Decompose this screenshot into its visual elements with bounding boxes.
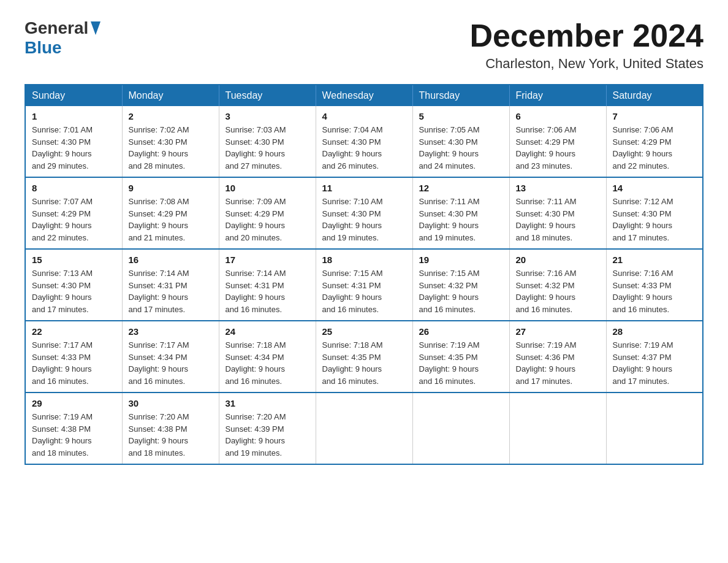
day-number: 1 xyxy=(32,111,116,121)
calendar-cell: 12 Sunrise: 7:11 AMSunset: 4:30 PMDaylig… xyxy=(412,177,509,249)
calendar-cell: 6 Sunrise: 7:06 AMSunset: 4:29 PMDayligh… xyxy=(509,106,606,177)
day-info: Sunrise: 7:04 AMSunset: 4:30 PMDaylight:… xyxy=(322,124,406,172)
calendar-cell: 15 Sunrise: 7:13 AMSunset: 4:30 PMDaylig… xyxy=(25,249,122,321)
location-title: Charleston, New York, United States xyxy=(469,56,703,72)
day-number: 22 xyxy=(32,326,116,337)
weekday-header-sunday: Sunday xyxy=(25,85,122,106)
calendar-cell: 23 Sunrise: 7:17 AMSunset: 4:34 PMDaylig… xyxy=(122,321,219,393)
day-number: 5 xyxy=(419,111,503,121)
day-info: Sunrise: 7:19 AMSunset: 4:36 PMDaylight:… xyxy=(516,339,600,387)
calendar-cell: 16 Sunrise: 7:14 AMSunset: 4:31 PMDaylig… xyxy=(122,249,219,321)
day-info: Sunrise: 7:18 AMSunset: 4:34 PMDaylight:… xyxy=(226,339,309,387)
calendar-cell: 21 Sunrise: 7:16 AMSunset: 4:33 PMDaylig… xyxy=(606,249,703,321)
day-number: 21 xyxy=(613,255,697,265)
day-number: 13 xyxy=(516,183,600,193)
svg-marker-0 xyxy=(91,21,100,35)
calendar-cell: 3 Sunrise: 7:03 AMSunset: 4:30 PMDayligh… xyxy=(219,106,316,177)
day-info: Sunrise: 7:14 AMSunset: 4:31 PMDaylight:… xyxy=(226,267,309,315)
day-info: Sunrise: 7:09 AMSunset: 4:29 PMDaylight:… xyxy=(226,196,309,243)
calendar-week-row: 15 Sunrise: 7:13 AMSunset: 4:30 PMDaylig… xyxy=(25,249,703,321)
day-number: 24 xyxy=(226,326,309,337)
logo-general-text: General xyxy=(25,18,88,38)
day-info: Sunrise: 7:19 AMSunset: 4:35 PMDaylight:… xyxy=(419,339,503,387)
calendar-cell: 2 Sunrise: 7:02 AMSunset: 4:30 PMDayligh… xyxy=(122,106,219,177)
weekday-header-row: SundayMondayTuesdayWednesdayThursdayFrid… xyxy=(25,85,703,106)
day-number: 6 xyxy=(516,111,600,121)
logo-blue-text: Blue xyxy=(25,38,62,57)
day-number: 3 xyxy=(226,111,309,121)
day-number: 28 xyxy=(613,326,697,337)
day-number: 19 xyxy=(419,255,503,265)
day-info: Sunrise: 7:19 AMSunset: 4:37 PMDaylight:… xyxy=(613,339,697,387)
calendar-cell: 13 Sunrise: 7:11 AMSunset: 4:30 PMDaylig… xyxy=(509,177,606,249)
day-info: Sunrise: 7:12 AMSunset: 4:30 PMDaylight:… xyxy=(613,196,697,243)
calendar-week-row: 8 Sunrise: 7:07 AMSunset: 4:29 PMDayligh… xyxy=(25,177,703,249)
day-info: Sunrise: 7:07 AMSunset: 4:29 PMDaylight:… xyxy=(32,196,116,243)
calendar-week-row: 29 Sunrise: 7:19 AMSunset: 4:38 PMDaylig… xyxy=(25,393,703,464)
calendar-cell: 24 Sunrise: 7:18 AMSunset: 4:34 PMDaylig… xyxy=(219,321,316,393)
day-info: Sunrise: 7:13 AMSunset: 4:30 PMDaylight:… xyxy=(32,267,116,315)
day-info: Sunrise: 7:20 AMSunset: 4:39 PMDaylight:… xyxy=(226,411,309,459)
weekday-header-monday: Monday xyxy=(122,85,219,106)
day-info: Sunrise: 7:11 AMSunset: 4:30 PMDaylight:… xyxy=(516,196,600,243)
day-info: Sunrise: 7:02 AMSunset: 4:30 PMDaylight:… xyxy=(129,124,213,172)
calendar-cell: 5 Sunrise: 7:05 AMSunset: 4:30 PMDayligh… xyxy=(412,106,509,177)
day-number: 26 xyxy=(419,326,503,337)
day-number: 30 xyxy=(129,398,213,408)
day-number: 17 xyxy=(226,255,309,265)
day-number: 25 xyxy=(322,326,406,337)
day-info: Sunrise: 7:18 AMSunset: 4:35 PMDaylight:… xyxy=(322,339,406,387)
day-info: Sunrise: 7:20 AMSunset: 4:38 PMDaylight:… xyxy=(129,411,213,459)
day-number: 23 xyxy=(129,326,213,337)
weekday-header-tuesday: Tuesday xyxy=(219,85,316,106)
weekday-header-friday: Friday xyxy=(509,85,606,106)
logo-triangle-icon xyxy=(91,21,100,37)
page-header: General Blue December 2024 Charleston, N… xyxy=(25,18,703,72)
day-info: Sunrise: 7:10 AMSunset: 4:30 PMDaylight:… xyxy=(322,196,406,243)
day-info: Sunrise: 7:15 AMSunset: 4:31 PMDaylight:… xyxy=(322,267,406,315)
day-info: Sunrise: 7:17 AMSunset: 4:34 PMDaylight:… xyxy=(129,339,213,387)
calendar-cell: 30 Sunrise: 7:20 AMSunset: 4:38 PMDaylig… xyxy=(122,393,219,464)
day-info: Sunrise: 7:19 AMSunset: 4:38 PMDaylight:… xyxy=(32,411,116,459)
day-number: 31 xyxy=(226,398,309,408)
day-info: Sunrise: 7:01 AMSunset: 4:30 PMDaylight:… xyxy=(32,124,116,172)
day-number: 4 xyxy=(322,111,406,121)
day-info: Sunrise: 7:11 AMSunset: 4:30 PMDaylight:… xyxy=(419,196,503,243)
calendar-cell: 7 Sunrise: 7:06 AMSunset: 4:29 PMDayligh… xyxy=(606,106,703,177)
day-number: 14 xyxy=(613,183,697,193)
day-number: 27 xyxy=(516,326,600,337)
day-info: Sunrise: 7:06 AMSunset: 4:29 PMDaylight:… xyxy=(516,124,600,172)
calendar-cell: 28 Sunrise: 7:19 AMSunset: 4:37 PMDaylig… xyxy=(606,321,703,393)
month-title: December 2024 xyxy=(469,18,703,53)
day-info: Sunrise: 7:08 AMSunset: 4:29 PMDaylight:… xyxy=(129,196,213,243)
calendar-cell: 31 Sunrise: 7:20 AMSunset: 4:39 PMDaylig… xyxy=(219,393,316,464)
calendar-cell: 14 Sunrise: 7:12 AMSunset: 4:30 PMDaylig… xyxy=(606,177,703,249)
calendar-week-row: 1 Sunrise: 7:01 AMSunset: 4:30 PMDayligh… xyxy=(25,106,703,177)
day-info: Sunrise: 7:15 AMSunset: 4:32 PMDaylight:… xyxy=(419,267,503,315)
calendar-cell xyxy=(509,393,606,464)
day-number: 2 xyxy=(129,111,213,121)
day-number: 16 xyxy=(129,255,213,265)
calendar-cell: 26 Sunrise: 7:19 AMSunset: 4:35 PMDaylig… xyxy=(412,321,509,393)
day-info: Sunrise: 7:16 AMSunset: 4:32 PMDaylight:… xyxy=(516,267,600,315)
day-number: 15 xyxy=(32,255,116,265)
calendar-cell xyxy=(412,393,509,464)
logo: General Blue xyxy=(25,18,100,58)
day-info: Sunrise: 7:05 AMSunset: 4:30 PMDaylight:… xyxy=(419,124,503,172)
calendar-cell: 1 Sunrise: 7:01 AMSunset: 4:30 PMDayligh… xyxy=(25,106,122,177)
day-info: Sunrise: 7:06 AMSunset: 4:29 PMDaylight:… xyxy=(613,124,697,172)
calendar-cell: 27 Sunrise: 7:19 AMSunset: 4:36 PMDaylig… xyxy=(509,321,606,393)
day-number: 10 xyxy=(226,183,309,193)
day-info: Sunrise: 7:14 AMSunset: 4:31 PMDaylight:… xyxy=(129,267,213,315)
calendar-cell: 25 Sunrise: 7:18 AMSunset: 4:35 PMDaylig… xyxy=(316,321,412,393)
weekday-header-thursday: Thursday xyxy=(412,85,509,106)
calendar-cell: 11 Sunrise: 7:10 AMSunset: 4:30 PMDaylig… xyxy=(316,177,412,249)
calendar-cell: 8 Sunrise: 7:07 AMSunset: 4:29 PMDayligh… xyxy=(25,177,122,249)
calendar-week-row: 22 Sunrise: 7:17 AMSunset: 4:33 PMDaylig… xyxy=(25,321,703,393)
calendar-cell: 19 Sunrise: 7:15 AMSunset: 4:32 PMDaylig… xyxy=(412,249,509,321)
day-number: 18 xyxy=(322,255,406,265)
calendar-cell: 22 Sunrise: 7:17 AMSunset: 4:33 PMDaylig… xyxy=(25,321,122,393)
day-number: 29 xyxy=(32,398,116,408)
day-number: 8 xyxy=(32,183,116,193)
day-number: 11 xyxy=(322,183,406,193)
